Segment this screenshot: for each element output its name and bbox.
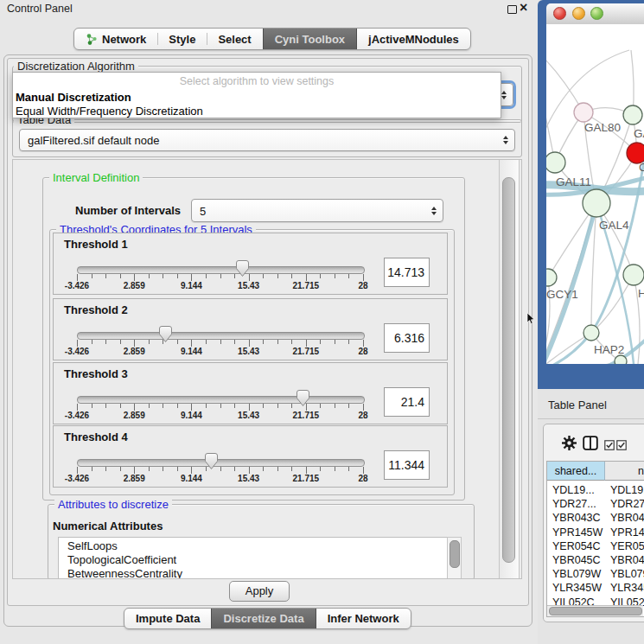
table-cell-name[interactable]: YBL079W [610,568,644,582]
table-cell-name[interactable]: YDL19... [610,484,644,498]
slider-tick [348,340,349,344]
slider-tick [206,404,207,408]
column-header-shared-name[interactable]: shared... [547,462,605,481]
network-node[interactable] [546,269,557,286]
apply-button[interactable]: Apply [229,581,290,602]
slider-tick [249,404,250,411]
tab-jactivemnodules[interactable]: jActiveMNodules [357,29,470,49]
network-node[interactable] [574,103,593,122]
number-of-intervals-combobox[interactable]: 5 [191,199,443,222]
table-cell-shared-name[interactable]: YBR043C [552,512,604,526]
tab-style[interactable]: Style [157,29,207,49]
table-data-combobox[interactable]: galFiltered.sif default node [19,129,515,151]
control-panel-title: Control Panel [7,3,73,15]
slider-thumb[interactable] [296,390,309,410]
algorithm-option[interactable]: Equal Width/Frequency Discretization [16,105,203,118]
algorithm-option[interactable]: Manual Discretization [16,91,131,104]
slider-tick [177,340,178,344]
tab-network[interactable]: Network [74,29,157,49]
slider-track[interactable] [77,459,365,467]
mac-close-icon[interactable] [553,7,566,20]
table-hscrollbar-thumb[interactable] [549,607,642,615]
combo-stepper-icon [431,207,437,215]
slider-tick [177,467,178,471]
attribute-list-item[interactable]: SelfLoops [67,539,118,553]
threshold-value-field[interactable]: 14.713 [384,258,430,287]
node-attribute-table[interactable]: shared... name YDL19...YDL19...YDR27...Y… [546,461,644,617]
table-cell-shared-name[interactable]: YPR145W [552,526,604,540]
slider-thumb[interactable] [159,326,172,346]
attributes-group-title: Attributes to discretize [54,498,172,511]
slider-track[interactable] [77,396,365,404]
slider-tick [149,274,150,278]
slider-scale-label: 2.859 [124,474,145,483]
panel-scrollbar-thumb[interactable] [502,177,515,563]
mouse-cursor [526,313,536,328]
table-cell-name[interactable]: YER054C [610,540,644,554]
table-cell-name[interactable]: YBR045C [610,554,644,568]
attributes-scrollbar-thumb[interactable] [450,540,460,568]
screen: Control Panel × NetworkStyleSelectCyni T… [0,0,644,644]
attribute-list-item[interactable]: TopologicalCoefficient [67,553,176,567]
slider-tick [134,340,135,347]
slider-tick [134,274,135,281]
network-node[interactable] [623,105,642,124]
table-cell-name[interactable]: YBR043C [610,512,644,526]
numerical-attributes-list[interactable]: SelfLoopsTopologicalCoefficientBetweenne… [58,537,449,579]
attribute-list-item[interactable]: BetweennessCentrality [67,567,182,579]
slider-scale-label: 28 [358,411,367,420]
slider-tick [77,340,78,347]
table-cell-shared-name[interactable]: YDR27... [552,498,604,512]
top-tab-bar: NetworkStyleSelectCyni ToolboxjActiveMNo… [73,28,471,50]
threshold-value-field[interactable]: 6.316 [384,323,430,353]
slider-tick [149,404,150,408]
bottom-tab-discretize-data[interactable]: Discretize Data [211,609,316,628]
split-pane-icon[interactable] [583,436,598,454]
threshold-value-field[interactable]: 11.344 [384,450,430,480]
slider-thumb[interactable] [236,260,249,280]
network-node[interactable] [546,152,565,173]
table-cell-shared-name[interactable]: YBR045C [552,554,604,568]
interval-definition-title: Interval Definition [49,171,143,184]
slider-tick [306,274,307,281]
network-node[interactable] [583,189,610,217]
slider-track[interactable] [77,266,365,274]
slider-scale-label: 21.715 [293,411,320,420]
slider-thumb[interactable] [205,453,218,473]
slider-tick [92,404,92,408]
slider-tick [306,467,307,474]
table-panel-divider [538,418,644,419]
mac-zoom-icon[interactable] [590,7,603,20]
checkbox-icon[interactable] [616,438,627,454]
slider-tick [220,340,221,344]
tab-select[interactable]: Select [207,29,262,49]
network-node[interactable] [623,265,644,285]
float-window-icon[interactable] [507,5,517,14]
table-cell-name[interactable]: YPR145W [610,526,644,540]
checkbox-icon[interactable] [604,438,615,454]
network-node[interactable] [615,355,627,364]
slider-scale-label: 9.144 [181,347,202,356]
gear-icon[interactable] [562,436,577,454]
network-node-label: GAL80 [584,121,621,134]
network-node[interactable] [583,325,599,341]
table-cell-shared-name[interactable]: YBL079W [552,568,604,582]
slider-tick [277,467,278,471]
slider-track[interactable] [77,332,365,340]
mac-minimize-icon[interactable] [572,7,585,20]
bottom-tab-impute-data[interactable]: Impute Data [124,609,211,628]
table-cell-shared-name[interactable]: YER054C [552,540,604,554]
slider-scale-label: -3.426 [65,281,89,290]
close-icon[interactable]: × [520,0,527,16]
slider-scale-label: 28 [358,474,367,483]
table-cell-name[interactable]: YLR345W [610,582,644,596]
table-cell-shared-name[interactable]: YDL19... [552,484,604,498]
table-cell-name[interactable]: YDR27... [610,498,644,512]
network-canvas[interactable]: GAL80GACGAL11GAL4GCY1HHAP2 [546,24,644,364]
tab-cyni-toolbox[interactable]: Cyni Toolbox [263,29,357,49]
table-cell-shared-name[interactable]: YLR345W [552,582,604,596]
threshold-value-field[interactable]: 21.4 [384,387,430,417]
bottom-tab-infer-network[interactable]: Infer Network [316,609,411,628]
settings-scroll-region: Interval Definition Number of Intervals … [12,159,522,579]
column-header-name[interactable]: name [605,462,644,481]
